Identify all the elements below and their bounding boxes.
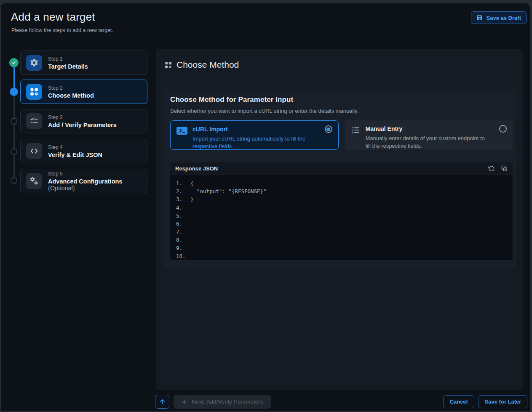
step5-marker	[11, 177, 17, 184]
option-description: Import your cURL string automatically to…	[192, 135, 315, 151]
option-manual-entry[interactable]: Manual Entry Manually enter details of y…	[345, 120, 513, 150]
choose-method-section: Choose Method for Parameter Input Select…	[163, 89, 516, 269]
code-area[interactable]: 1.{ 2. "output": "{RESPONSE}" 3.} 4. 5. …	[170, 175, 513, 260]
step1-complete-marker	[9, 58, 19, 67]
cancel-label: Cancel	[450, 399, 468, 405]
manual-entry-radio[interactable]	[499, 125, 507, 133]
floppy-save-icon	[476, 14, 483, 21]
code-icon	[26, 143, 42, 159]
arrow-down-icon	[181, 399, 187, 405]
step-title: Advanced Configurations	[48, 178, 122, 185]
code-line: 8.	[176, 236, 513, 244]
option-title: cURL Import	[192, 126, 315, 133]
save-for-later-label: Save for Later	[485, 399, 521, 405]
step-label: Step 4	[48, 144, 102, 150]
code-line: 3.}	[176, 195, 513, 203]
double-gear-icon	[26, 173, 42, 189]
save-as-draft-button[interactable]: Save as Draft	[471, 11, 527, 24]
code-line: 9.	[176, 244, 513, 252]
category-icon	[26, 84, 42, 100]
next-step-button[interactable]: Next: Add/Verify Parameters	[174, 395, 271, 409]
next-step-label: Next: Add/Verify Parameters	[192, 399, 263, 405]
step-label: Step 1	[48, 56, 88, 62]
add-target-page: Add a new target Please follow the steps…	[1, 3, 530, 411]
option-title: Manual Entry	[366, 125, 489, 132]
step-title-suffix: (Optional)	[48, 185, 75, 191]
step-card-add-verify-parameters[interactable]: Step 3 Add / Verify Parameters	[20, 109, 147, 133]
curl-import-radio[interactable]	[325, 125, 332, 133]
check-icon	[11, 60, 16, 65]
save-as-draft-label: Save as Draft	[487, 15, 521, 21]
panel-header: Choose Method	[164, 60, 239, 70]
step-card-advanced-configurations[interactable]: Step 5 Advanced Configurations (Optional…	[20, 169, 147, 193]
step-card-choose-method[interactable]: Step 2 Choose Method	[20, 80, 147, 104]
checklist-icon	[26, 113, 42, 129]
scroll-to-top-button[interactable]	[155, 395, 169, 409]
page-subtitle: Please follow the steps to add a new tar…	[11, 27, 113, 33]
option-description: Manually enter details of your custom en…	[366, 135, 489, 150]
editor-header: Response JSON	[170, 162, 513, 175]
cancel-button[interactable]: Cancel	[443, 395, 474, 408]
panel-title: Choose Method	[176, 60, 239, 70]
code-line: 1.{	[176, 179, 513, 187]
step-label: Step 2	[48, 85, 94, 91]
step-card-target-details[interactable]: Step 1 Target Details	[20, 51, 147, 75]
step-label: Step 3	[48, 114, 117, 120]
main-content-panel: Choose Method Choose Method for Paramete…	[156, 49, 523, 390]
add-target-wizard-screen: { "window": { "title": "Add a new target…	[0, 0, 532, 412]
code-line: 5.	[176, 212, 513, 220]
editor-title: Response JSON	[175, 165, 488, 172]
response-json-editor: Response JSON 1.{ 2. "output": "{RESPONS…	[170, 162, 513, 260]
step2-active-marker	[10, 88, 18, 96]
step-title: Choose Method	[48, 92, 94, 99]
gear-icon	[26, 55, 42, 71]
step3-marker	[11, 118, 17, 125]
method-options: cURL Import Import your cURL string auto…	[170, 120, 513, 150]
step4-marker	[11, 148, 17, 155]
code-line: 6.	[176, 220, 513, 228]
bullet-list-icon	[351, 126, 361, 135]
save-for-later-button[interactable]: Save for Later	[479, 395, 527, 408]
section-subheading: Select whether you want to import a cURL…	[170, 108, 513, 114]
code-line: 7.	[176, 228, 513, 236]
step-title: Target Details	[48, 63, 88, 70]
arrow-up-icon	[159, 398, 166, 405]
page-title: Add a new target	[11, 11, 95, 24]
code-line: 10.	[176, 252, 513, 260]
copy-icon[interactable]	[501, 165, 508, 172]
code-line: 4.	[176, 204, 513, 212]
step-title: Add / Verify Parameters	[48, 122, 117, 128]
option-curl-import[interactable]: cURL Import Import your cURL string auto…	[170, 120, 339, 150]
terminal-icon	[176, 127, 187, 135]
step-label: Step 5	[48, 171, 142, 177]
step-card-verify-edit-json[interactable]: Step 4 Verify & Edit JSON	[20, 139, 147, 163]
step-title: Verify & Edit JSON	[48, 152, 102, 158]
timeline-connector-upcoming	[13, 92, 15, 181]
section-heading: Choose Method for Parameter Input	[170, 96, 513, 104]
category-icon	[164, 61, 172, 69]
undo-icon[interactable]	[488, 165, 495, 172]
editor-actions	[488, 165, 508, 172]
code-line: 2. "output": "{RESPONSE}"	[176, 187, 513, 195]
